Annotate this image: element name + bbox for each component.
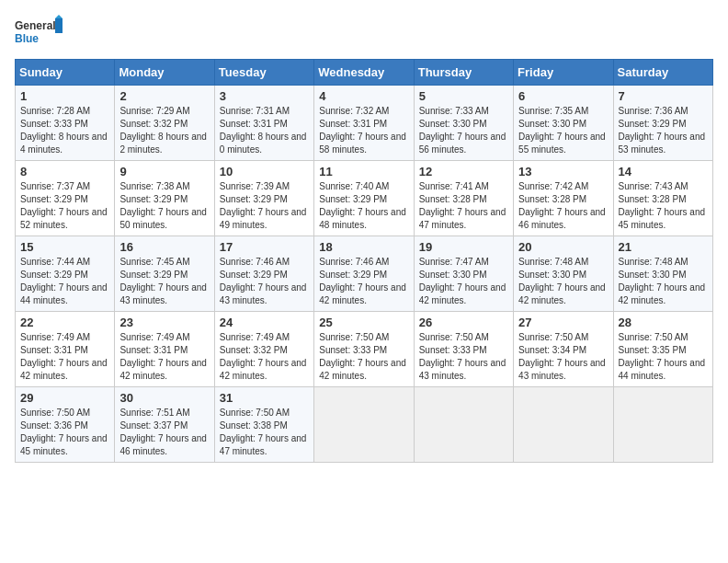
day-number: 19 [419, 240, 508, 254]
day-detail: Sunrise: 7:50 AMSunset: 3:33 PMDaylight:… [419, 331, 508, 383]
day-number: 26 [419, 316, 508, 329]
day-cell: 28 Sunrise: 7:50 AMSunset: 3:35 PMDaylig… [613, 312, 712, 387]
day-cell: 8 Sunrise: 7:37 AMSunset: 3:29 PMDayligh… [16, 161, 115, 236]
day-detail: Sunrise: 7:49 AMSunset: 3:32 PMDaylight:… [220, 331, 309, 383]
svg-marker-3 [55, 15, 63, 18]
day-detail: Sunrise: 7:49 AMSunset: 3:31 PMDaylight:… [119, 331, 209, 383]
day-number: 28 [619, 316, 708, 329]
week-row-2: 8 Sunrise: 7:37 AMSunset: 3:29 PMDayligh… [16, 161, 713, 236]
header: General Blue [15, 15, 713, 52]
day-cell: 27 Sunrise: 7:50 AMSunset: 3:34 PMDaylig… [514, 312, 613, 387]
day-number: 25 [319, 316, 408, 329]
day-detail: Sunrise: 7:42 AMSunset: 3:28 PMDaylight:… [518, 180, 608, 232]
svg-text:General: General [15, 19, 56, 32]
day-cell: 2 Sunrise: 7:29 AMSunset: 3:32 PMDayligh… [115, 86, 214, 161]
day-detail: Sunrise: 7:50 AMSunset: 3:38 PMDaylight:… [220, 407, 309, 458]
day-detail: Sunrise: 7:50 AMSunset: 3:36 PMDaylight:… [20, 407, 109, 458]
day-detail: Sunrise: 7:32 AMSunset: 3:31 PMDaylight:… [319, 105, 408, 156]
day-cell: 13 Sunrise: 7:42 AMSunset: 3:28 PMDaylig… [514, 161, 613, 236]
col-header-wednesday: Wednesday [314, 60, 414, 86]
calendar-table: SundayMondayTuesdayWednesdayThursdayFrid… [15, 59, 713, 463]
day-cell: 22 Sunrise: 7:49 AMSunset: 3:31 PMDaylig… [16, 312, 115, 387]
day-cell: 31 Sunrise: 7:50 AMSunset: 3:38 PMDaylig… [214, 387, 313, 463]
day-detail: Sunrise: 7:41 AMSunset: 3:28 PMDaylight:… [419, 180, 508, 232]
day-number: 8 [20, 165, 109, 178]
day-cell [514, 387, 613, 463]
day-number: 2 [119, 89, 209, 103]
day-cell: 16 Sunrise: 7:45 AMSunset: 3:29 PMDaylig… [115, 236, 214, 312]
day-detail: Sunrise: 7:48 AMSunset: 3:30 PMDaylight:… [619, 256, 708, 307]
day-number: 7 [619, 89, 708, 103]
day-detail: Sunrise: 7:51 AMSunset: 3:37 PMDaylight:… [119, 407, 209, 458]
day-cell: 10 Sunrise: 7:39 AMSunset: 3:29 PMDaylig… [214, 161, 313, 236]
day-detail: Sunrise: 7:47 AMSunset: 3:30 PMDaylight:… [419, 256, 508, 307]
col-header-monday: Monday [115, 60, 214, 86]
day-cell: 23 Sunrise: 7:49 AMSunset: 3:31 PMDaylig… [115, 312, 214, 387]
day-cell: 3 Sunrise: 7:31 AMSunset: 3:31 PMDayligh… [214, 86, 313, 161]
day-number: 11 [319, 165, 408, 178]
day-cell: 4 Sunrise: 7:32 AMSunset: 3:31 PMDayligh… [314, 86, 414, 161]
day-number: 16 [119, 240, 209, 254]
day-number: 3 [220, 89, 309, 103]
header-row: SundayMondayTuesdayWednesdayThursdayFrid… [16, 60, 713, 86]
day-detail: Sunrise: 7:49 AMSunset: 3:31 PMDaylight:… [20, 331, 109, 383]
logo: General Blue [15, 15, 65, 52]
day-number: 31 [220, 391, 309, 405]
day-number: 18 [319, 240, 408, 254]
day-number: 22 [20, 316, 109, 329]
day-number: 23 [119, 316, 209, 329]
day-detail: Sunrise: 7:37 AMSunset: 3:29 PMDaylight:… [20, 180, 109, 232]
day-detail: Sunrise: 7:29 AMSunset: 3:32 PMDaylight:… [119, 105, 209, 156]
day-cell: 15 Sunrise: 7:44 AMSunset: 3:29 PMDaylig… [16, 236, 115, 312]
col-header-thursday: Thursday [414, 60, 513, 86]
day-number: 1 [20, 89, 109, 103]
day-cell: 1 Sunrise: 7:28 AMSunset: 3:33 PMDayligh… [16, 86, 115, 161]
svg-marker-2 [55, 18, 63, 33]
day-detail: Sunrise: 7:43 AMSunset: 3:28 PMDaylight:… [619, 180, 708, 232]
week-row-1: 1 Sunrise: 7:28 AMSunset: 3:33 PMDayligh… [16, 86, 713, 161]
day-detail: Sunrise: 7:38 AMSunset: 3:29 PMDaylight:… [119, 180, 209, 232]
day-cell: 19 Sunrise: 7:47 AMSunset: 3:30 PMDaylig… [414, 236, 513, 312]
day-detail: Sunrise: 7:44 AMSunset: 3:29 PMDaylight:… [20, 256, 109, 307]
day-detail: Sunrise: 7:50 AMSunset: 3:33 PMDaylight:… [319, 331, 408, 383]
day-number: 17 [220, 240, 309, 254]
day-cell [613, 387, 712, 463]
day-detail: Sunrise: 7:48 AMSunset: 3:30 PMDaylight:… [518, 256, 608, 307]
day-detail: Sunrise: 7:46 AMSunset: 3:29 PMDaylight:… [220, 256, 309, 307]
day-number: 27 [518, 316, 608, 329]
day-number: 29 [20, 391, 109, 405]
day-number: 14 [619, 165, 708, 178]
col-header-saturday: Saturday [613, 60, 712, 86]
day-detail: Sunrise: 7:50 AMSunset: 3:34 PMDaylight:… [518, 331, 608, 383]
day-cell: 24 Sunrise: 7:49 AMSunset: 3:32 PMDaylig… [214, 312, 313, 387]
day-cell: 21 Sunrise: 7:48 AMSunset: 3:30 PMDaylig… [613, 236, 712, 312]
day-number: 15 [20, 240, 109, 254]
day-cell: 17 Sunrise: 7:46 AMSunset: 3:29 PMDaylig… [214, 236, 313, 312]
day-cell: 9 Sunrise: 7:38 AMSunset: 3:29 PMDayligh… [115, 161, 214, 236]
day-number: 6 [518, 89, 608, 103]
day-number: 30 [119, 391, 209, 405]
day-cell: 30 Sunrise: 7:51 AMSunset: 3:37 PMDaylig… [115, 387, 214, 463]
day-cell: 5 Sunrise: 7:33 AMSunset: 3:30 PMDayligh… [414, 86, 513, 161]
day-number: 24 [220, 316, 309, 329]
day-cell: 20 Sunrise: 7:48 AMSunset: 3:30 PMDaylig… [514, 236, 613, 312]
day-cell [314, 387, 414, 463]
col-header-friday: Friday [514, 60, 613, 86]
day-detail: Sunrise: 7:46 AMSunset: 3:29 PMDaylight:… [319, 256, 408, 307]
day-number: 12 [419, 165, 508, 178]
week-row-5: 29 Sunrise: 7:50 AMSunset: 3:36 PMDaylig… [16, 387, 713, 463]
day-detail: Sunrise: 7:36 AMSunset: 3:29 PMDaylight:… [619, 105, 708, 156]
day-detail: Sunrise: 7:28 AMSunset: 3:33 PMDaylight:… [20, 105, 109, 156]
day-cell: 29 Sunrise: 7:50 AMSunset: 3:36 PMDaylig… [16, 387, 115, 463]
day-number: 4 [319, 89, 408, 103]
col-header-tuesday: Tuesday [214, 60, 313, 86]
day-number: 21 [619, 240, 708, 254]
day-cell: 18 Sunrise: 7:46 AMSunset: 3:29 PMDaylig… [314, 236, 414, 312]
day-detail: Sunrise: 7:31 AMSunset: 3:31 PMDaylight:… [220, 105, 309, 156]
day-cell: 26 Sunrise: 7:50 AMSunset: 3:33 PMDaylig… [414, 312, 513, 387]
day-detail: Sunrise: 7:45 AMSunset: 3:29 PMDaylight:… [119, 256, 209, 307]
day-cell: 12 Sunrise: 7:41 AMSunset: 3:28 PMDaylig… [414, 161, 513, 236]
day-cell: 14 Sunrise: 7:43 AMSunset: 3:28 PMDaylig… [613, 161, 712, 236]
week-row-4: 22 Sunrise: 7:49 AMSunset: 3:31 PMDaylig… [16, 312, 713, 387]
day-detail: Sunrise: 7:39 AMSunset: 3:29 PMDaylight:… [220, 180, 309, 232]
